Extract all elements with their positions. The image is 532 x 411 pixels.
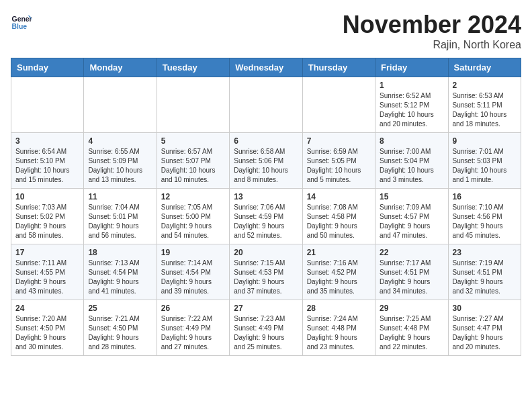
day-info: Sunrise: 7:09 AM Sunset: 4:57 PM Dayligh… [380,203,443,240]
day-number: 18 [88,248,152,257]
day-info: Sunrise: 6:57 AM Sunset: 5:07 PM Dayligh… [161,147,225,185]
page-header: General Blue November 2024 Rajin, North … [11,11,521,51]
calendar-cell: 22Sunrise: 7:17 AM Sunset: 4:51 PM Dayli… [375,244,448,300]
calendar-cell: 8Sunrise: 7:00 AM Sunset: 5:04 PM Daylig… [375,133,448,189]
calendar-cell: 29Sunrise: 7:25 AM Sunset: 4:48 PM Dayli… [375,300,448,356]
calendar-cell [302,77,375,133]
day-info: Sunrise: 7:25 AM Sunset: 4:48 PM Dayligh… [380,314,443,352]
day-info: Sunrise: 6:55 AM Sunset: 5:09 PM Dayligh… [88,147,152,185]
calendar-cell: 21Sunrise: 7:16 AM Sunset: 4:52 PM Dayli… [302,244,375,300]
calendar-table: SundayMondayTuesdayWednesdayThursdayFrid… [11,58,521,356]
calendar-cell: 27Sunrise: 7:23 AM Sunset: 4:49 PM Dayli… [230,300,302,356]
calendar-week-row: 3Sunrise: 6:54 AM Sunset: 5:10 PM Daylig… [11,133,521,189]
title-block: November 2024 Rajin, North Korea [343,11,521,51]
day-info: Sunrise: 7:00 AM Sunset: 5:04 PM Dayligh… [380,147,443,185]
day-number: 8 [380,136,443,146]
day-number: 20 [234,248,298,257]
day-number: 12 [161,192,225,201]
logo: General Blue [11,11,32,32]
day-of-week-header: Thursday [302,58,375,77]
location: Rajin, North Korea [343,39,521,51]
day-info: Sunrise: 7:27 AM Sunset: 4:47 PM Dayligh… [453,314,517,352]
day-info: Sunrise: 7:15 AM Sunset: 4:53 PM Dayligh… [234,259,298,296]
day-number: 30 [453,304,517,313]
calendar-cell: 7Sunrise: 6:59 AM Sunset: 5:05 PM Daylig… [302,133,375,189]
calendar-cell: 26Sunrise: 7:22 AM Sunset: 4:49 PM Dayli… [157,300,229,356]
day-info: Sunrise: 6:59 AM Sunset: 5:05 PM Dayligh… [307,147,371,185]
logo-icon: General Blue [11,11,32,32]
calendar-cell: 9Sunrise: 7:01 AM Sunset: 5:03 PM Daylig… [448,133,521,189]
calendar-cell: 18Sunrise: 7:13 AM Sunset: 4:54 PM Dayli… [84,244,157,300]
calendar-cell: 24Sunrise: 7:20 AM Sunset: 4:50 PM Dayli… [11,300,84,356]
calendar-cell: 11Sunrise: 7:04 AM Sunset: 5:01 PM Dayli… [84,189,157,244]
day-number: 14 [307,192,371,201]
calendar-cell: 14Sunrise: 7:08 AM Sunset: 4:58 PM Dayli… [302,189,375,244]
day-number: 7 [307,136,371,146]
day-number: 13 [234,192,298,201]
day-info: Sunrise: 7:06 AM Sunset: 4:59 PM Dayligh… [234,203,298,240]
month-title: November 2024 [343,11,521,39]
calendar-cell: 10Sunrise: 7:03 AM Sunset: 5:02 PM Dayli… [11,189,84,244]
day-number: 27 [234,304,298,313]
calendar-header-row: SundayMondayTuesdayWednesdayThursdayFrid… [11,58,521,77]
day-number: 17 [15,248,79,257]
calendar-cell [157,77,229,133]
day-info: Sunrise: 7:10 AM Sunset: 4:56 PM Dayligh… [453,203,517,240]
day-number: 23 [453,248,517,257]
day-info: Sunrise: 7:24 AM Sunset: 4:48 PM Dayligh… [307,314,371,352]
day-of-week-header: Friday [375,58,448,77]
day-info: Sunrise: 7:20 AM Sunset: 4:50 PM Dayligh… [15,314,79,352]
day-info: Sunrise: 7:16 AM Sunset: 4:52 PM Dayligh… [307,259,371,296]
calendar-cell: 17Sunrise: 7:11 AM Sunset: 4:55 PM Dayli… [11,244,84,300]
day-of-week-header: Monday [84,58,157,77]
day-info: Sunrise: 7:05 AM Sunset: 5:00 PM Dayligh… [161,203,225,240]
calendar-cell: 20Sunrise: 7:15 AM Sunset: 4:53 PM Dayli… [230,244,302,300]
day-info: Sunrise: 7:13 AM Sunset: 4:54 PM Dayligh… [88,259,152,296]
day-number: 4 [88,136,152,146]
calendar-cell: 16Sunrise: 7:10 AM Sunset: 4:56 PM Dayli… [448,189,521,244]
day-number: 28 [307,304,371,313]
day-info: Sunrise: 7:03 AM Sunset: 5:02 PM Dayligh… [15,203,79,240]
calendar-cell: 1Sunrise: 6:52 AM Sunset: 5:12 PM Daylig… [375,77,448,133]
day-number: 29 [380,304,443,313]
day-info: Sunrise: 7:19 AM Sunset: 4:51 PM Dayligh… [453,259,517,296]
day-number: 5 [161,136,225,146]
day-info: Sunrise: 7:23 AM Sunset: 4:49 PM Dayligh… [234,314,298,352]
day-number: 10 [15,192,79,201]
calendar-week-row: 17Sunrise: 7:11 AM Sunset: 4:55 PM Dayli… [11,244,521,300]
day-number: 22 [380,248,443,257]
calendar-cell [11,77,84,133]
calendar-cell: 6Sunrise: 6:58 AM Sunset: 5:06 PM Daylig… [230,133,302,189]
day-number: 26 [161,304,225,313]
day-number: 24 [15,304,79,313]
day-info: Sunrise: 7:11 AM Sunset: 4:55 PM Dayligh… [15,259,79,296]
day-number: 1 [380,81,443,90]
day-number: 11 [88,192,152,201]
svg-text:Blue: Blue [12,23,28,30]
day-info: Sunrise: 6:52 AM Sunset: 5:12 PM Dayligh… [380,91,443,129]
day-number: 3 [15,136,79,146]
day-of-week-header: Sunday [11,58,84,77]
day-number: 2 [453,81,517,90]
day-info: Sunrise: 7:14 AM Sunset: 4:54 PM Dayligh… [161,259,225,296]
day-info: Sunrise: 6:53 AM Sunset: 5:11 PM Dayligh… [453,91,517,129]
day-info: Sunrise: 7:17 AM Sunset: 4:51 PM Dayligh… [380,259,443,296]
day-number: 21 [307,248,371,257]
day-number: 25 [88,304,152,313]
day-of-week-header: Saturday [448,58,521,77]
day-number: 6 [234,136,298,146]
calendar-cell: 30Sunrise: 7:27 AM Sunset: 4:47 PM Dayli… [448,300,521,356]
calendar-cell: 5Sunrise: 6:57 AM Sunset: 5:07 PM Daylig… [157,133,229,189]
calendar-cell: 13Sunrise: 7:06 AM Sunset: 4:59 PM Dayli… [230,189,302,244]
calendar-cell: 2Sunrise: 6:53 AM Sunset: 5:11 PM Daylig… [448,77,521,133]
day-number: 9 [453,136,517,146]
day-of-week-header: Tuesday [157,58,229,77]
calendar-cell: 15Sunrise: 7:09 AM Sunset: 4:57 PM Dayli… [375,189,448,244]
calendar-cell: 3Sunrise: 6:54 AM Sunset: 5:10 PM Daylig… [11,133,84,189]
calendar-cell: 4Sunrise: 6:55 AM Sunset: 5:09 PM Daylig… [84,133,157,189]
day-info: Sunrise: 7:08 AM Sunset: 4:58 PM Dayligh… [307,203,371,240]
calendar-cell: 12Sunrise: 7:05 AM Sunset: 5:00 PM Dayli… [157,189,229,244]
calendar-cell: 23Sunrise: 7:19 AM Sunset: 4:51 PM Dayli… [448,244,521,300]
day-of-week-header: Wednesday [230,58,302,77]
calendar-week-row: 1Sunrise: 6:52 AM Sunset: 5:12 PM Daylig… [11,77,521,133]
